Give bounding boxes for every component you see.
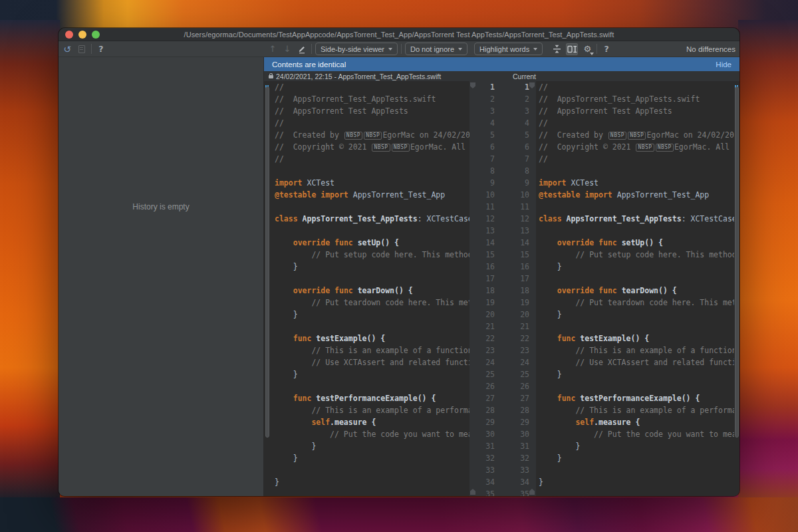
collapse-unchanged-icon	[552, 44, 562, 54]
code-line	[275, 201, 469, 213]
line-number-right: 13	[500, 225, 529, 237]
padlock-icon	[269, 75, 273, 78]
code-line: // This is an example of a functional te…	[275, 344, 469, 356]
window-title: /Users/egormac/Documents/TestAppAppcode/…	[59, 31, 739, 39]
code-token	[539, 394, 557, 403]
code-token: func	[334, 238, 353, 247]
synchronize-scrolling-button[interactable]	[566, 43, 578, 55]
code-token: // Put the code you want to measure the …	[275, 430, 469, 439]
collapse-unchanged-button[interactable]	[551, 43, 563, 55]
code-token: XCTest	[567, 178, 598, 188]
window-title-bar[interactable]: /Users/egormac/Documents/TestAppAppcode/…	[59, 28, 739, 41]
code-line: // This is an example of a performance t…	[539, 404, 734, 416]
line-number-left: 28	[469, 404, 495, 416]
code-line: //	[275, 153, 469, 165]
code-token: }	[539, 442, 580, 451]
line-number-right: 7	[500, 153, 529, 165]
code-token	[594, 238, 598, 247]
line-number-row: 2929	[469, 416, 536, 428]
line-number-left: 4	[469, 117, 495, 129]
code-token: EgorMac on 24/02/2021.	[382, 130, 469, 140]
line-number-right: 24	[500, 356, 529, 368]
code-pane-old[interactable]: //// AppsTorrent_Test_AppTests.swift// A…	[271, 81, 469, 496]
nbsp-badge: NBSP	[344, 132, 362, 140]
history-empty-message: History is empty	[59, 202, 263, 211]
create-patch-button[interactable]	[76, 43, 88, 55]
line-number-row: 2525	[469, 368, 536, 380]
line-number-left: 6	[469, 141, 495, 153]
nbsp-badge: NBSP	[392, 144, 410, 152]
line-number-right: 14	[500, 237, 529, 249]
help-button-left[interactable]: ?	[95, 43, 107, 55]
line-number-left: 21	[469, 321, 495, 332]
code-token: // Created by	[275, 130, 344, 140]
code-token	[330, 286, 334, 295]
revert-button[interactable]: ↺	[61, 43, 73, 55]
code-token	[594, 286, 598, 295]
minimize-window-button[interactable]	[78, 31, 86, 39]
code-line: // This is an example of a performance t…	[275, 404, 469, 416]
code-line: }	[275, 476, 469, 488]
code-token: // AppsTorrent_Test_AppTests.swift	[275, 94, 436, 104]
right-scrollbar	[734, 81, 739, 496]
right-pane-title: Current	[513, 71, 536, 81]
code-token: .measure {	[594, 418, 640, 427]
next-difference-button[interactable]: ↓	[281, 43, 293, 55]
code-token: EgorMac on 24/02/2021.	[646, 130, 734, 140]
line-number-row: 99	[469, 177, 536, 189]
line-number-left: 33	[469, 464, 495, 476]
diff-status-text: No differences	[686, 41, 735, 57]
code-token: func	[598, 286, 617, 295]
line-number-left: 19	[469, 297, 495, 309]
code-line: func testExample() {	[275, 332, 469, 344]
line-number-right: 21	[500, 321, 529, 332]
line-number-row: 11	[469, 81, 536, 93]
close-window-button[interactable]	[65, 31, 73, 39]
help-button-right[interactable]: ?	[600, 43, 612, 55]
local-history-panel[interactable]: History is empty	[59, 57, 264, 496]
code-line	[275, 488, 469, 496]
edit-source-button[interactable]	[296, 43, 308, 55]
code-token: }	[539, 454, 562, 463]
code-token	[539, 286, 557, 295]
notification-banner: Contents are identical Hide	[264, 57, 739, 71]
code-line	[539, 321, 734, 332]
scrollbar-thumb[interactable]	[735, 86, 739, 438]
code-pane-current[interactable]: //// AppsTorrent_Test_AppTests.swift// A…	[536, 81, 734, 496]
code-line	[275, 321, 469, 332]
desktop-wallpaper-top	[0, 0, 798, 31]
line-number-gutter: 1122334455667788991010111112121313141415…	[469, 81, 536, 496]
code-line: // Put teardown code here. This method i…	[539, 297, 734, 309]
down-arrow-icon: ↓	[284, 45, 291, 53]
line-number-right: 35	[500, 488, 529, 496]
code-token: override	[557, 286, 594, 295]
line-number-left: 10	[469, 189, 495, 201]
nbsp-badge: NBSP	[636, 144, 654, 152]
line-number-right: 19	[500, 297, 529, 309]
banner-hide-link[interactable]: Hide	[716, 61, 732, 68]
line-number-right: 18	[500, 285, 529, 297]
code-token: tearDown() {	[353, 286, 413, 295]
code-token: }	[539, 310, 562, 319]
code-token: // This is an example of a performance t…	[539, 406, 734, 415]
code-token: class	[539, 214, 562, 223]
nbsp-badge: NBSP	[364, 132, 382, 140]
highlight-mode-dropdown[interactable]: Highlight words	[474, 43, 543, 55]
settings-button[interactable]: ⚙	[581, 43, 593, 55]
code-token: tearDown() {	[617, 286, 677, 295]
viewer-mode-dropdown[interactable]: Side-by-side viewer	[315, 43, 398, 55]
whitespace-ignore-dropdown[interactable]: Do not ignore	[405, 43, 467, 55]
line-number-left: 29	[469, 416, 495, 428]
code-token: func	[293, 334, 312, 343]
scrollbar-thumb[interactable]	[265, 86, 269, 438]
zoom-window-button[interactable]	[92, 31, 100, 39]
code-token: self	[311, 418, 330, 427]
code-token: func	[598, 238, 617, 247]
code-token: }	[539, 477, 543, 487]
line-number-right: 31	[500, 440, 529, 452]
previous-difference-button[interactable]: ↑	[267, 43, 279, 55]
line-number-right: 3	[500, 105, 529, 117]
line-number-left: 25	[469, 368, 495, 380]
code-line: }	[275, 440, 469, 452]
code-token: : XCTestCase {	[682, 214, 734, 223]
